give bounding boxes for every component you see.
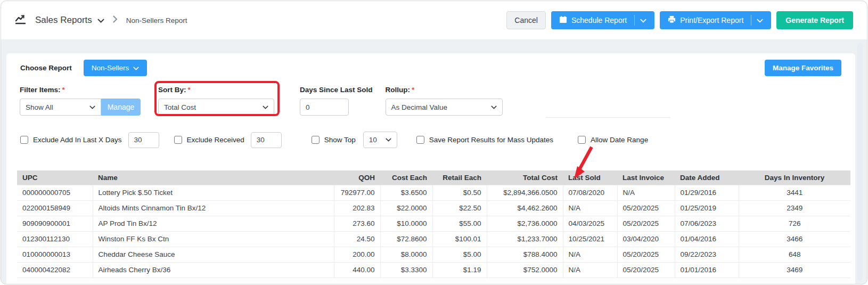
cell-upc: 022000158949 [17,200,93,216]
exclude-received-label: Exclude Received [187,136,244,144]
show-top-checkbox[interactable] [312,136,320,144]
cell-last-invoice: 05/20/2025 [617,262,675,278]
filter-items-label: Filter Items:* [20,86,141,94]
cell-date-added: 07/06/2023 [675,216,739,231]
save-results-checkbox[interactable] [416,136,424,144]
cell-total-cost: $4,462.2600 [487,200,563,216]
required-asterisk: * [188,86,191,94]
cell-qoh: 792977.00 [334,185,380,200]
filter-items-value: Show All [26,103,53,111]
allow-date-range-option: Allow Date Range [578,136,648,144]
report-type-value: Non-Sellers [92,64,129,72]
cell-cost-each: $3.3300 [380,262,432,278]
cell-cost-each: $10.0000 [380,216,432,231]
exclude-add-checkbox[interactable] [20,136,28,144]
exclude-received-days-input[interactable] [251,132,282,148]
exclude-add-option: Exclude Add In Last X Days [20,136,122,144]
filter-items-select[interactable]: Show All [20,99,101,116]
column-header-retail-each: Retail Each [432,170,487,185]
cell-name: AP Prod Tin Bx/12 [93,216,334,231]
cell-name: Cheddar Cheese Sauce [93,247,334,262]
table-header-row: UPCNameQOHCost EachRetail EachTotal Cost… [17,170,850,185]
cell-date-added: 09/22/2023 [675,247,739,262]
cell-days-in-inventory: 726 [739,216,850,231]
schedule-report-button[interactable]: Schedule Report [551,11,654,29]
cancel-button[interactable]: Cancel [506,11,546,29]
app-window: Sales Reports Non-Sellers Report Cancel … [1,1,867,284]
breadcrumb: Sales Reports Non-Sellers Report [14,13,187,28]
cell-cost-each: $22.0000 [380,200,432,216]
chevron-down-icon[interactable] [640,16,646,25]
cell-retail-each: $5.00 [432,247,487,262]
table-row: 040000422082Airheads Cherry Bx/36440.00$… [17,262,850,278]
sort-by-value: Total Cost [164,103,196,111]
cell-retail-each: $1.19 [432,262,487,278]
cell-last-sold: 07/08/2020 [563,185,617,200]
chevron-down-icon [386,138,391,142]
manage-favorites-button[interactable]: Manage Favorites [765,60,841,76]
rollup-label: Rollup:* [386,86,503,94]
page-title[interactable]: Sales Reports [35,15,92,26]
cell-qoh: 440.00 [334,262,380,278]
exclude-add-days-input[interactable] [128,132,159,148]
rollup-value: As Decimal Value [391,103,448,111]
column-header-cost-each: Cost Each [380,170,432,185]
cell-last-sold: N/A [563,247,617,262]
cell-last-invoice: N/A [617,185,675,200]
choose-report-label: Choose Report [20,64,72,72]
column-header-qoh: QOH [334,170,380,185]
generate-report-label: Generate Report [785,16,844,25]
printer-icon [668,15,676,25]
print-export-button[interactable]: Print/Export Report [660,11,771,29]
cell-days-in-inventory: 2349 [739,200,850,216]
filters-row: Filter Items:* Show All Manage Sort By:*… [20,86,855,116]
options-row: Exclude Add In Last X Days Exclude Recei… [20,132,855,148]
column-header-days-in-inventory: Days In Inventory [739,170,850,185]
cell-date-added: 01/01/2016 [675,262,739,278]
save-results-option: Save Report Results for Mass Updates [416,136,553,144]
allow-date-range-checkbox[interactable] [578,136,586,144]
cell-last-sold: N/A [563,200,617,216]
cell-date-added: 01/04/2016 [675,231,739,247]
manage-filter-button[interactable]: Manage [101,99,141,116]
manage-filter-label: Manage [108,103,135,111]
cancel-button-label: Cancel [514,16,538,25]
sort-by-select[interactable]: Total Cost [158,99,274,116]
filter-items-group: Filter Items:* Show All Manage [20,86,141,116]
line-chart-icon [14,13,27,28]
table-row: 022000158949Altoids Mints Cinnamon Tin B… [17,200,850,216]
cell-days-in-inventory: 3466 [739,231,850,247]
cell-upc: 000000000705 [17,185,93,200]
table-row: 012300112130Winston FF Ks Bx Ctn24.50$72… [17,231,850,247]
cell-date-added: 01/25/2019 [675,200,739,216]
days-since-last-sold-label: Days Since Last Sold [300,86,373,94]
chevron-down-icon[interactable] [97,15,104,25]
cell-retail-each: $55.00 [432,216,487,231]
cell-upc: 012300112130 [17,231,93,247]
chevron-down-icon[interactable] [757,16,763,25]
sort-by-group: Sort By:* Total Cost [158,86,274,116]
generate-report-button[interactable]: Generate Report [776,11,853,29]
save-results-label: Save Report Results for Mass Updates [429,136,553,144]
breadcrumb-current: Non-Sellers Report [126,17,187,25]
days-since-last-sold-group: Days Since Last Sold [300,86,373,116]
cell-last-invoice: 05/20/2025 [617,247,675,262]
report-type-dropdown[interactable]: Non-Sellers [84,60,148,76]
breadcrumb-separator-icon [113,15,118,25]
table-body: 000000000705Lottery Pick $.50 Ticket7929… [17,185,850,278]
cell-retail-each: $0.50 [432,185,487,200]
rollup-group: Rollup:* As Decimal Value [386,86,503,116]
days-since-last-sold-input[interactable] [300,99,349,116]
header-actions: Cancel Schedule Report Print/Export Repo… [506,11,853,29]
cell-days-in-inventory: 3441 [739,185,850,200]
show-top-select[interactable]: 10 [363,132,397,148]
exclude-received-checkbox[interactable] [174,136,182,144]
exclude-received-option: Exclude Received [174,136,244,144]
cell-retail-each: $100.01 [432,231,487,247]
vertical-scrollbar[interactable] [857,43,863,281]
cell-total-cost: $1,233.7000 [487,231,563,247]
chevron-down-icon [133,64,139,72]
column-header-name: Name [93,170,334,185]
choose-report-row: Choose Report Non-Sellers Manage Favorit… [20,60,841,76]
rollup-select[interactable]: As Decimal Value [386,99,503,116]
